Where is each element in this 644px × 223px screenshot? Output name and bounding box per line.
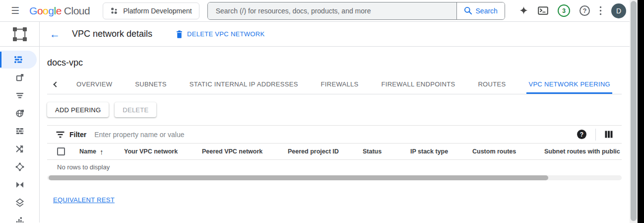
- column-header-your-vpc-network[interactable]: Your VPC network: [124, 148, 202, 155]
- search-button-label: Search: [476, 7, 498, 15]
- tab-label: FIREWALL ENDPOINTS: [382, 80, 455, 88]
- back-arrow-icon[interactable]: ←: [47, 27, 63, 41]
- column-header-subnet-routes[interactable]: Subnet routes with public IPv: [544, 148, 622, 155]
- logo-letter: o: [43, 5, 48, 16]
- kebab-menu-icon[interactable]: [599, 6, 602, 15]
- empty-table-message: No rows to display: [47, 160, 622, 174]
- filter-icon: [56, 131, 64, 138]
- tab[interactable]: ROUTES: [466, 74, 517, 94]
- page-title: VPC network details: [72, 29, 152, 39]
- sidebar-item-firewall[interactable]: [0, 122, 39, 140]
- column-header-peered-vpc-network[interactable]: Peered VPC network: [202, 148, 288, 155]
- sidebar-item-bring-your-own-ip[interactable]: [0, 86, 39, 104]
- google-cloud-logo[interactable]: Google Cloud: [29, 5, 90, 17]
- search-icon: [464, 6, 472, 15]
- delete-vpc-network-button[interactable]: DELETE VPC NETWORK: [176, 30, 264, 38]
- body: docs-vpc OVERVIEWSUBNETSSTATIC INTERNAL …: [0, 47, 644, 223]
- logo-letter: o: [37, 5, 43, 16]
- horizontal-scrollbar-thumb[interactable]: [49, 175, 548, 180]
- avatar[interactable]: D: [611, 3, 626, 18]
- hamburger-menu-icon[interactable]: ☰: [7, 3, 23, 18]
- tab[interactable]: OVERVIEW: [65, 74, 124, 94]
- select-all-checkbox[interactable]: [57, 148, 65, 155]
- shared-vpc-icon: [15, 180, 25, 190]
- serverless-vpc-access-icon: [15, 198, 25, 208]
- help-icon[interactable]: ?: [580, 5, 590, 16]
- vpc-sidebar: [0, 47, 40, 223]
- filter-label: Filter: [69, 131, 86, 139]
- tab[interactable]: SUBNETS: [124, 74, 178, 94]
- column-display-options-icon[interactable]: [605, 131, 613, 138]
- tab-label: OVERVIEW: [76, 80, 112, 88]
- tab-label: STATIC INTERNAL IP ADDRESSES: [190, 80, 298, 88]
- column-header-name[interactable]: Name ↑: [79, 148, 124, 156]
- column-header-ip-stack-type[interactable]: IP stack type: [410, 148, 472, 155]
- logo-letter: G: [29, 5, 37, 16]
- column-header-peered-project-id[interactable]: Peered project ID: [288, 148, 363, 155]
- page-header: ← VPC network details DELETE VPC NETWORK: [0, 22, 644, 47]
- logo-letter: g: [48, 5, 54, 16]
- table-header-row: Name ↑ Your VPC network Peered VPC netwo…: [47, 144, 622, 160]
- gemini-sparkle-icon[interactable]: [519, 6, 528, 15]
- network-name: docs-vpc: [47, 58, 629, 68]
- global-search-bar: Search: [207, 2, 505, 20]
- column-header-custom-routes[interactable]: Custom routes: [472, 148, 544, 155]
- horizontal-scrollbar[interactable]: [47, 175, 622, 180]
- internet-globe-icon: [15, 108, 25, 118]
- tab[interactable]: FIREWALL ENDPOINTS: [370, 74, 467, 94]
- filter-row: Filter ?: [47, 125, 622, 144]
- sidebar-item-routes[interactable]: [0, 140, 39, 158]
- vpc-networks-icon: [13, 55, 23, 65]
- chevron-left-icon: [53, 81, 59, 87]
- column-label: Name: [79, 148, 96, 155]
- divider: [595, 129, 596, 141]
- tab-label: SUBNETS: [135, 80, 167, 88]
- main-content: docs-vpc OVERVIEWSUBNETSSTATIC INTERNAL …: [40, 47, 629, 223]
- peering-table-panel: Filter ? Name ↑ Your VPC: [47, 125, 622, 180]
- window-edge: [638, 0, 644, 223]
- delete-vpc-network-label: DELETE VPC NETWORK: [187, 30, 264, 38]
- vpc-network-peering-icon: [15, 162, 25, 172]
- project-name: Platform Development: [123, 7, 192, 15]
- sidebar-item-internet-services[interactable]: [0, 104, 39, 122]
- tab[interactable]: VPC NETWORK PEERING: [517, 74, 622, 94]
- project-dots-icon: [110, 7, 118, 15]
- filter-help-icon[interactable]: ?: [577, 130, 586, 139]
- delete-button[interactable]: DELETE: [115, 102, 156, 117]
- vertical-scrollbar-thumb[interactable]: [631, 1, 637, 221]
- tab-label: VPC NETWORK PEERING: [528, 80, 610, 88]
- project-selector[interactable]: Platform Development: [103, 2, 199, 19]
- sidebar-item-ip-addresses[interactable]: [0, 69, 39, 86]
- vertical-scrollbar[interactable]: [630, 0, 638, 223]
- tab-list: OVERVIEWSUBNETSSTATIC INTERNAL IP ADDRES…: [65, 74, 622, 94]
- tab-label: ROUTES: [478, 80, 506, 88]
- top-app-bar: ☰ Google Cloud Platform Development Sear…: [0, 0, 644, 22]
- sidebar-item-shared-vpc[interactable]: [0, 176, 39, 194]
- tab[interactable]: STATIC INTERNAL IP ADDRESSES: [178, 74, 310, 94]
- add-peering-button[interactable]: ADD PEERING: [47, 102, 109, 117]
- sort-ascending-icon: ↑: [100, 148, 104, 156]
- logo-letter: e: [56, 5, 62, 16]
- tab-label: FIREWALLS: [321, 80, 359, 88]
- packet-mirroring-icon: [15, 216, 25, 223]
- filter-input[interactable]: [94, 131, 577, 139]
- sidebar-item-serverless-vpc-access[interactable]: [0, 194, 39, 212]
- search-button[interactable]: Search: [456, 2, 505, 19]
- table-actions: ADD PEERING DELETE: [47, 102, 629, 117]
- tabs-scroll-left-button[interactable]: [47, 74, 65, 94]
- sidebar-item-vpc-networks[interactable]: [0, 51, 37, 69]
- search-input[interactable]: [208, 2, 456, 19]
- firewall-icon: [15, 126, 25, 136]
- notifications-badge[interactable]: 3: [558, 4, 570, 17]
- tab[interactable]: FIREWALLS: [310, 74, 370, 94]
- routes-icon: [15, 144, 25, 154]
- cloud-shell-terminal-icon[interactable]: [538, 6, 548, 15]
- sidebar-item-packet-mirroring[interactable]: [0, 212, 39, 223]
- equivalent-rest-link[interactable]: EQUIVALENT REST: [53, 196, 115, 204]
- ip-addresses-icon: [15, 73, 25, 82]
- column-header-status[interactable]: Status: [363, 148, 410, 155]
- google-logo-letters: Google: [29, 5, 62, 17]
- sidebar-item-vpc-network-peering[interactable]: [0, 158, 39, 176]
- trash-icon: [176, 30, 183, 38]
- logo-cloud-text: Cloud: [64, 5, 90, 17]
